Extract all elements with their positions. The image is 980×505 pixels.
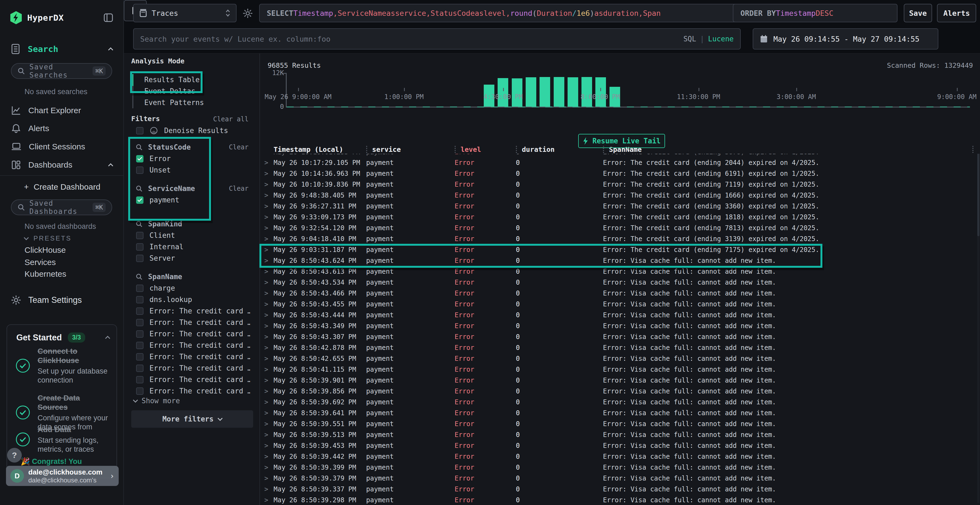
- filter-option[interactable]: Error: The credit card …: [124, 385, 259, 397]
- column-resize-handle[interactable]: [972, 146, 974, 153]
- table-row[interactable]: >May 26 8:50:39.901 PMpaymentError0Error…: [260, 375, 980, 386]
- checkbox-checked[interactable]: [136, 197, 143, 204]
- checkbox-unchecked[interactable]: [136, 232, 143, 239]
- column-resize-handle[interactable]: [366, 146, 367, 153]
- histogram-bar[interactable]: [539, 77, 550, 106]
- table-row[interactable]: >May 26 8:50:39.692 PMpaymentError0Error…: [260, 397, 980, 408]
- help-button[interactable]: ?: [7, 448, 22, 462]
- checkbox-unchecked[interactable]: [136, 296, 143, 303]
- column-resize-handle[interactable]: [516, 146, 517, 153]
- filter-option[interactable]: Server: [124, 252, 259, 264]
- filter-clear-button[interactable]: Clear: [229, 143, 248, 151]
- table-row[interactable]: >May 26 8:50:43.349 PMpaymentError0Error…: [260, 321, 980, 332]
- filter-option[interactable]: Error: The credit card …: [124, 351, 259, 362]
- checkbox-unchecked[interactable]: [136, 127, 143, 134]
- histogram-bar[interactable]: [568, 77, 578, 106]
- more-filters-button[interactable]: More filters: [131, 410, 253, 428]
- sql-orderby-editor[interactable]: ORDER BY Timestamp DESC: [733, 4, 897, 22]
- filter-option[interactable]: charge: [124, 283, 259, 294]
- preset-clickhouse[interactable]: ClickHouse: [24, 245, 66, 255]
- alerts-button[interactable]: Alerts: [937, 4, 976, 22]
- filter-option[interactable]: Internal: [124, 241, 259, 252]
- filter-option[interactable]: Error: The credit card …: [124, 362, 259, 374]
- search-icon[interactable]: [135, 144, 143, 151]
- column-header-timestamp[interactable]: Timestamp (Local): [274, 146, 366, 154]
- chart-plot-area[interactable]: [286, 73, 970, 108]
- table-row[interactable]: >May 26 8:50:43.624 PMpaymentError0Error…: [260, 255, 980, 266]
- show-more-button[interactable]: Show more: [134, 397, 180, 405]
- sidebar-item-alerts[interactable]: Alerts: [0, 120, 123, 137]
- filter-option[interactable]: Error: The credit card …: [124, 328, 259, 340]
- sidebar-item-chart-explorer[interactable]: Chart Explorer: [0, 102, 123, 119]
- table-row[interactable]: >May 26 8:50:42.655 PMpaymentError0Error…: [260, 353, 980, 364]
- mode-sql-toggle[interactable]: SQL: [683, 35, 696, 43]
- mode-lucene-toggle[interactable]: Lucene: [708, 35, 733, 43]
- analysis-option-event-patterns[interactable]: Event Patterns: [144, 97, 204, 108]
- table-row[interactable]: >May 26 10:17:29.105 PMpaymentError0Erro…: [260, 157, 980, 168]
- filter-option[interactable]: Error: The credit card …: [124, 340, 259, 351]
- checkbox-unchecked[interactable]: [136, 284, 143, 292]
- table-row[interactable]: >May 26 9:36:27.311 PMpaymentError0Error…: [260, 201, 980, 212]
- presets-header[interactable]: PRESETS: [24, 235, 72, 242]
- table-row[interactable]: >May 26 9:32:54.120 PMpaymentError0Error…: [260, 222, 980, 233]
- table-row[interactable]: >May 26 8:50:43.534 PMpaymentError0Error…: [260, 277, 980, 288]
- sidebar-item-client-sessions[interactable]: Client Sessions: [0, 138, 123, 155]
- checkbox-unchecked[interactable]: [136, 167, 143, 174]
- histogram-bar[interactable]: [498, 78, 508, 106]
- table-row[interactable]: >May 26 8:50:43.466 PMpaymentError0Error…: [260, 288, 980, 299]
- collapse-sidebar-icon[interactable]: [103, 13, 113, 23]
- table-row[interactable]: >May 26 8:50:39.641 PMpaymentError0Error…: [260, 408, 980, 418]
- table-row[interactable]: >May 26 9:33:09.173 PMpaymentError0Error…: [260, 212, 980, 222]
- histogram-bar[interactable]: [512, 78, 522, 106]
- table-row[interactable]: >May 26 10:14:36.963 PMpaymentError0Erro…: [260, 168, 980, 179]
- save-button[interactable]: Save: [904, 4, 932, 22]
- column-header-service[interactable]: service: [366, 146, 455, 154]
- filter-option[interactable]: Client: [124, 230, 259, 241]
- get-started-item[interactable]: Connect to ClickHouseSet up your databas…: [15, 347, 111, 385]
- table-row[interactable]: >May 26 8:50:39.379 PMpaymentError0Error…: [260, 473, 980, 484]
- source-settings-gear-icon[interactable]: [243, 8, 253, 19]
- sidebar-item-team-settings[interactable]: Team Settings: [0, 292, 123, 308]
- filter-option[interactable]: Error: [124, 153, 259, 164]
- table-row[interactable]: >May 26 9:48:38.405 PMpaymentError0Error…: [260, 190, 980, 201]
- filter-option[interactable]: payment: [124, 194, 259, 206]
- table-row[interactable]: >May 26 8:50:39.453 PMpaymentError0Error…: [260, 440, 980, 451]
- preset-services[interactable]: Services: [24, 258, 56, 267]
- get-started-header[interactable]: Get Started 3/3: [16, 332, 110, 343]
- histogram-bar[interactable]: [595, 77, 606, 106]
- column-header-level[interactable]: level: [455, 146, 516, 154]
- table-row[interactable]: >May 26 9:04:18.410 PMpaymentError0Error…: [260, 233, 980, 245]
- checkbox-unchecked[interactable]: [136, 319, 143, 326]
- source-select[interactable]: Traces: [133, 4, 237, 22]
- filter-option[interactable]: Error: The credit card …: [124, 305, 259, 317]
- filter-option[interactable]: Error: The credit card …: [124, 374, 259, 385]
- denoise-results-toggle[interactable]: Denoise Results: [136, 126, 228, 135]
- table-row[interactable]: >May 26 8:50:39.551 PMpaymentError0Error…: [260, 418, 980, 429]
- table-row[interactable]: >May 26 8:50:39.399 PMpaymentError0Error…: [260, 462, 980, 473]
- search-icon[interactable]: [135, 185, 143, 192]
- checkbox-unchecked[interactable]: [136, 365, 143, 372]
- preset-kubernetes[interactable]: Kubernetes: [24, 269, 66, 279]
- saved-searches-input[interactable]: Saved Searches ⌘K: [11, 63, 112, 79]
- table-row[interactable]: >May 26 8:50:39.442 PMpaymentError0Error…: [260, 451, 980, 462]
- checkbox-checked[interactable]: [136, 155, 143, 162]
- checkbox-unchecked[interactable]: [136, 353, 143, 360]
- table-row[interactable]: >May 26 8:50:39.298 PMpaymentError0Error…: [260, 495, 980, 505]
- get-started-item[interactable]: Add DataStart sending logs, metrics, or …: [15, 425, 111, 454]
- table-row[interactable]: >May 26 8:50:43.307 PMpaymentError0Error…: [260, 332, 980, 342]
- search-input[interactable]: Search your events w/ Lucene ex. column:…: [133, 28, 741, 49]
- checkbox-unchecked[interactable]: [136, 342, 143, 349]
- checkbox-unchecked[interactable]: [136, 243, 143, 251]
- table-row[interactable]: >May 26 10:10:39.836 PMpaymentError0Erro…: [260, 179, 980, 190]
- saved-dashboards-input[interactable]: Saved Dashboards ⌘K: [11, 199, 112, 215]
- column-resize-handle[interactable]: [455, 146, 456, 153]
- table-row[interactable]: >May 26 8:50:43.613 PMpaymentError0Error…: [260, 266, 980, 277]
- table-row[interactable]: >May 26 8:50:39.337 PMpaymentError0Error…: [260, 484, 980, 495]
- table-row[interactable]: >May 26 8:50:39.856 PMpaymentError0Error…: [260, 386, 980, 397]
- filter-option[interactable]: Error: The credit card …: [124, 317, 259, 328]
- clear-all-filters-button[interactable]: Clear all: [213, 115, 248, 123]
- histogram-bar[interactable]: [554, 77, 564, 106]
- search-icon[interactable]: [135, 273, 143, 280]
- table-row[interactable]: >May 26 8:50:41.115 PMpaymentError0Error…: [260, 364, 980, 375]
- checkbox-unchecked[interactable]: [136, 330, 143, 338]
